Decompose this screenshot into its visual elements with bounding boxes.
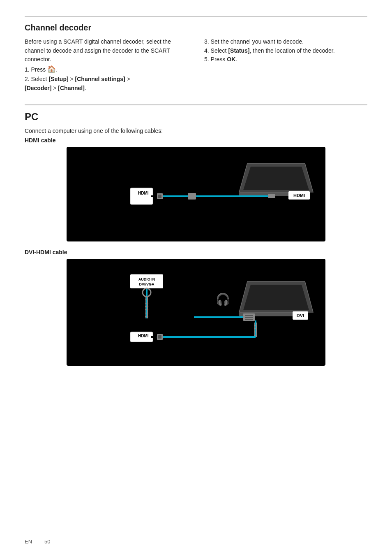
svg-rect-20 [245,315,253,316]
footer-page: 50 [44,538,50,545]
channel-decoder-step4: 4. Select [Status], then the location of… [204,46,367,56]
svg-rect-5 [268,194,275,198]
dvi-cable-label: DVI-HDMI cable [25,249,367,255]
svg-text:🎧: 🎧 [216,292,230,306]
svg-text:DVI/VGA: DVI/VGA [139,282,154,286]
svg-rect-50 [158,335,161,339]
channel-decoder-step1: 1. Press 🏠. [25,64,188,75]
pc-intro: Connect a computer using one of the foll… [25,127,367,136]
svg-rect-21 [245,317,253,318]
svg-text:HDMI: HDMI [138,191,149,195]
pc-section: PC Connect a computer using one of the f… [25,104,367,366]
home-icon: 🏠 [47,65,56,73]
footer: EN 50 [25,538,367,545]
channel-decoder-title: Channel decoder [25,23,367,32]
svg-rect-22 [245,319,253,320]
channel-decoder-step3: 3. Set the channel you want to decode. [204,37,367,46]
svg-text:HDMI: HDMI [138,334,149,338]
svg-text:HDMI: HDMI [293,193,305,198]
svg-rect-13 [158,195,161,198]
dvi-diagram: DVI 🎧 AUDIO IN DVI/VGA [67,259,325,366]
channel-decoder-left: Before using a SCART digital channel dec… [25,37,188,93]
svg-rect-7 [188,193,196,200]
hdmi-cable-label: HDMI cable [25,137,367,144]
svg-text:DVI: DVI [297,313,304,318]
channel-decoder-section: Channel decoder Before using a SCART dig… [25,16,367,93]
channel-decoder-right: 3. Set the channel you want to decode. 4… [204,37,367,93]
footer-lang: EN [25,538,32,545]
svg-marker-2 [243,167,309,190]
pc-title: PC [25,111,367,123]
channel-decoder-step5: 5. Press OK. [204,55,367,64]
page: Channel decoder Before using a SCART dig… [0,0,392,399]
channel-decoder-desc: Before using a SCART digital channel dec… [25,37,188,64]
svg-marker-16 [243,285,309,310]
channel-decoder-step2: 2. Select [Setup] > [Channel settings] >… [25,75,188,93]
svg-rect-9 [130,188,153,204]
hdmi-diagram: HDMI HDMI [67,147,325,241]
svg-text:AUDIO IN: AUDIO IN [138,277,155,281]
channel-decoder-content: Before using a SCART digital channel dec… [25,37,367,93]
